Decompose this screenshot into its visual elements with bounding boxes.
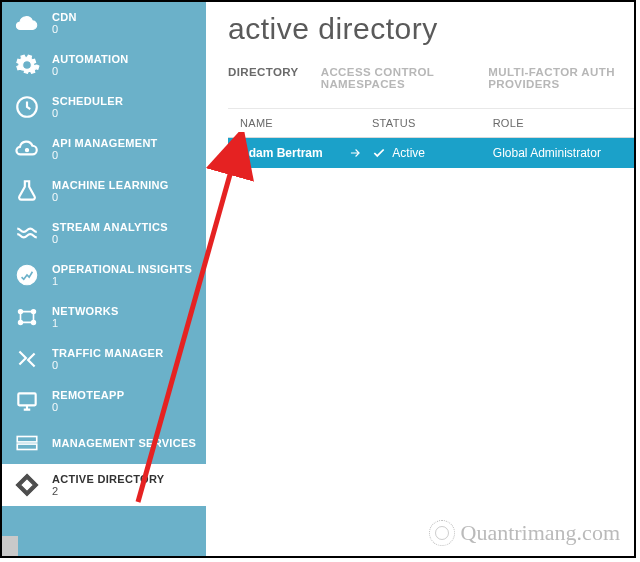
tab-directory[interactable]: DIRECTORY bbox=[228, 66, 299, 94]
column-name[interactable]: NAME bbox=[240, 117, 372, 129]
sidebar-item-count: 2 bbox=[52, 485, 164, 497]
sidebar-item-label: NETWORKS bbox=[52, 305, 119, 317]
stream-icon bbox=[12, 218, 42, 248]
row-role: Global Administrator bbox=[493, 146, 634, 160]
sidebar-item-count: 0 bbox=[52, 149, 158, 161]
sidebar-item-count: 0 bbox=[52, 107, 123, 119]
sidebar-item-label: TRAFFIC MANAGER bbox=[52, 347, 163, 359]
sidebar-item-count: 0 bbox=[52, 401, 124, 413]
tab-bar: DIRECTORY ACCESS CONTROL NAMESPACES MULT… bbox=[228, 66, 634, 94]
sidebar-item-count: 1 bbox=[52, 317, 119, 329]
table-header: NAME STATUS ROLE bbox=[228, 108, 634, 138]
services-icon bbox=[12, 428, 42, 458]
main-content: active directory DIRECTORY ACCESS CONTRO… bbox=[206, 2, 634, 556]
sidebar-item-count: 0 bbox=[52, 65, 129, 77]
sidebar-item-label: CDN bbox=[52, 11, 77, 23]
sidebar-item-automation[interactable]: AUTOMATION 0 bbox=[2, 44, 206, 86]
sidebar-item-label: SCHEDULER bbox=[52, 95, 123, 107]
sidebar: CDN 0 AUTOMATION 0 SCHEDULER 0 bbox=[2, 2, 206, 556]
sidebar-item-label: MACHINE LEARNING bbox=[52, 179, 169, 191]
svg-rect-9 bbox=[17, 444, 37, 449]
tab-mfa-providers[interactable]: MULTI-FACTOR AUTH PROVIDERS bbox=[488, 66, 634, 94]
scrollbar-hint bbox=[2, 536, 18, 556]
sidebar-item-operational-insights[interactable]: OPERATIONAL INSIGHTS 1 bbox=[2, 254, 206, 296]
sidebar-item-machine-learning[interactable]: MACHINE LEARNING 0 bbox=[2, 170, 206, 212]
tab-access-control[interactable]: ACCESS CONTROL NAMESPACES bbox=[321, 66, 467, 94]
svg-rect-7 bbox=[18, 393, 35, 405]
sidebar-item-count: 0 bbox=[52, 233, 168, 245]
sidebar-item-scheduler[interactable]: SCHEDULER 0 bbox=[2, 86, 206, 128]
sidebar-item-networks[interactable]: NETWORKS 1 bbox=[2, 296, 206, 338]
sidebar-item-cdn[interactable]: CDN 0 bbox=[2, 2, 206, 44]
sidebar-item-count: 1 bbox=[52, 275, 192, 287]
sidebar-item-api-management[interactable]: API MANAGEMENT 0 bbox=[2, 128, 206, 170]
column-role[interactable]: ROLE bbox=[493, 117, 634, 129]
check-icon bbox=[372, 146, 386, 160]
sidebar-item-count: 0 bbox=[52, 191, 169, 203]
clock-icon bbox=[12, 92, 42, 122]
sidebar-item-active-directory[interactable]: ACTIVE DIRECTORY 2 bbox=[2, 464, 206, 506]
row-name: Adam Bertram bbox=[240, 146, 323, 160]
sidebar-item-label: API MANAGEMENT bbox=[52, 137, 158, 149]
arrow-right-icon bbox=[348, 146, 362, 160]
sidebar-item-traffic-manager[interactable]: TRAFFIC MANAGER 0 bbox=[2, 338, 206, 380]
svg-rect-8 bbox=[17, 437, 37, 442]
flask-icon bbox=[12, 176, 42, 206]
sidebar-item-count: 0 bbox=[52, 359, 163, 371]
sidebar-item-remoteapp[interactable]: REMOTEAPP 0 bbox=[2, 380, 206, 422]
sidebar-item-label: OPERATIONAL INSIGHTS bbox=[52, 263, 192, 275]
sidebar-item-label: MANAGEMENT SERVICES bbox=[52, 437, 196, 449]
sidebar-item-label: AUTOMATION bbox=[52, 53, 129, 65]
insights-icon bbox=[12, 260, 42, 290]
column-status[interactable]: STATUS bbox=[372, 117, 493, 129]
remote-icon bbox=[12, 386, 42, 416]
network-icon bbox=[12, 302, 42, 332]
sidebar-item-label: REMOTEAPP bbox=[52, 389, 124, 401]
page-title: active directory bbox=[228, 12, 634, 46]
sidebar-item-label: ACTIVE DIRECTORY bbox=[52, 473, 164, 485]
active-directory-icon bbox=[12, 470, 42, 500]
sidebar-item-label: STREAM ANALYTICS bbox=[52, 221, 168, 233]
sidebar-item-stream-analytics[interactable]: STREAM ANALYTICS 0 bbox=[2, 212, 206, 254]
sidebar-item-count: 0 bbox=[52, 23, 77, 35]
svg-point-1 bbox=[25, 148, 28, 151]
row-status: Active bbox=[392, 146, 425, 160]
cloud-icon bbox=[12, 8, 42, 38]
traffic-icon bbox=[12, 344, 42, 374]
table-row[interactable]: Adam Bertram Active Global Administrator bbox=[228, 138, 634, 168]
sidebar-item-management-services[interactable]: MANAGEMENT SERVICES bbox=[2, 422, 206, 464]
cloud-api-icon bbox=[12, 134, 42, 164]
gear-icon bbox=[12, 50, 42, 80]
